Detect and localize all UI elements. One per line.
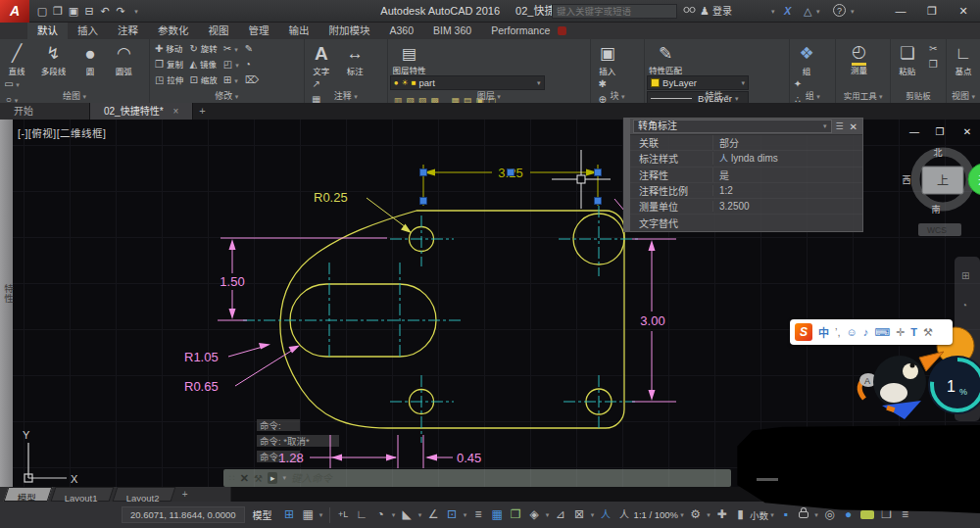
- array-icon[interactable]: ⊞▾: [220, 72, 242, 88]
- grid-toggle-icon[interactable]: ⊞: [280, 502, 299, 528]
- panel-label-annotate[interactable]: 注释 ▾: [305, 90, 387, 103]
- tool-copy[interactable]: ❐复制: [152, 57, 186, 72]
- exchange-apps-icon[interactable]: X: [784, 0, 791, 23]
- tool-move[interactable]: ✚移动: [152, 41, 186, 57]
- doc-restore-button[interactable]: ❐: [929, 126, 951, 137]
- help-dropdown-icon[interactable]: ▾: [851, 0, 855, 23]
- object-snap-icon[interactable]: ⊡: [443, 502, 462, 528]
- workspace-gear-icon[interactable]: ⚙: [686, 502, 705, 528]
- tool-arc[interactable]: ◠圆弧: [109, 41, 138, 76]
- viewcube[interactable]: 上 北 西 南 WCS: [902, 148, 970, 236]
- user-icon[interactable]: ♟: [700, 0, 710, 23]
- command-close-icon[interactable]: ✕: [240, 472, 249, 485]
- panel-label-properties[interactable]: 特性 ▾: [645, 90, 789, 103]
- ribbon-tab-insert[interactable]: 插入: [68, 23, 108, 39]
- ribbon-tab-home[interactable]: 默认: [27, 23, 68, 39]
- new-layout-button[interactable]: +: [176, 487, 194, 502]
- tab-close-icon[interactable]: ×: [173, 106, 179, 117]
- object-type-dropdown[interactable]: 转角标注▾: [633, 120, 832, 133]
- file-tab-document[interactable]: 02_快捷特性*×: [90, 103, 193, 120]
- tool-basepoint[interactable]: ∟基点: [949, 41, 978, 76]
- snap-dropdown-icon[interactable]: ▾: [318, 511, 325, 519]
- search-icon[interactable]: [683, 0, 696, 23]
- trim-icon[interactable]: ✂▾: [220, 41, 242, 57]
- apps-dropdown-icon[interactable]: ▾: [816, 0, 820, 23]
- part-outline[interactable]: [280, 211, 624, 428]
- tool-paste[interactable]: ❏粘贴: [893, 41, 922, 76]
- ime-skin-icon[interactable]: T: [910, 326, 917, 338]
- panel-label-view[interactable]: 视图 ▾: [947, 90, 980, 103]
- tool-rotate[interactable]: ↻旋转: [186, 41, 220, 57]
- lock-ui-icon[interactable]: [799, 511, 808, 518]
- ime-keyboard-icon[interactable]: ⌨: [874, 326, 890, 339]
- signin-dropdown-icon[interactable]: ▾: [771, 0, 775, 23]
- object-snap-tracking-icon[interactable]: ∠: [424, 502, 443, 528]
- window-minimize-button[interactable]: —: [887, 0, 914, 23]
- ortho-toggle-icon[interactable]: ∟: [353, 502, 371, 528]
- tool-circle[interactable]: ●圆: [75, 41, 105, 76]
- file-tab-start[interactable]: 开始: [0, 103, 90, 120]
- annotation-monitor-icon[interactable]: ✚: [712, 502, 731, 528]
- qp-close-icon[interactable]: ✕: [848, 121, 859, 132]
- ribbon-tab-output[interactable]: 输出: [279, 23, 319, 39]
- ime-toolbar[interactable]: S 中 ’, ☺ ♪ ⌨ ✛ T ⚒: [790, 319, 953, 345]
- cut-icon[interactable]: ✂: [926, 41, 940, 57]
- ribbon-tab-annotate[interactable]: 注释: [108, 23, 148, 39]
- units-dropdown-icon[interactable]: ▾: [768, 511, 776, 519]
- ime-logo-icon[interactable]: S: [795, 323, 812, 341]
- panel-label-modify[interactable]: 修改 ▾: [150, 90, 304, 103]
- tool-line[interactable]: ╱直线: [2, 41, 31, 76]
- performance-icon[interactable]: [860, 510, 874, 519]
- ribbon-tab-performance[interactable]: Performance: [481, 23, 560, 39]
- lineweight-toggle-icon[interactable]: ≡: [469, 502, 488, 528]
- ime-emoji-icon[interactable]: ☺: [847, 326, 858, 338]
- tool-mirror[interactable]: ◭镜像: [186, 57, 220, 72]
- selection-cycling-icon[interactable]: ❐: [507, 502, 525, 528]
- tab-layout1[interactable]: Layout1: [51, 487, 115, 502]
- doc-minimize-button[interactable]: —: [904, 126, 925, 137]
- erase-icon[interactable]: ✎: [242, 41, 265, 57]
- lock-dropdown-icon[interactable]: ▾: [812, 511, 820, 519]
- radius-r0-25[interactable]: R0.25: [314, 190, 412, 233]
- panel-label-utilities[interactable]: 实用工具 ▾: [836, 90, 889, 103]
- search-input[interactable]: [552, 4, 677, 19]
- tool-stretch[interactable]: ◳拉伸: [152, 72, 186, 88]
- dimension-0-45[interactable]: 0.45: [423, 435, 481, 468]
- tab-layout2[interactable]: Layout2: [112, 487, 175, 502]
- dimension-1-50[interactable]: 1.50: [218, 238, 387, 320]
- tool-dimension[interactable]: ↔标注: [340, 41, 369, 76]
- offset-icon[interactable]: ⌦: [242, 72, 265, 88]
- command-prompt-icon[interactable]: ▸: [268, 472, 278, 484]
- workspace-dropdown-icon[interactable]: ▾: [705, 511, 712, 519]
- layer-dropdown[interactable]: ● ☀ ■ part ▾: [390, 75, 545, 90]
- window-close-button[interactable]: ✕: [950, 0, 977, 23]
- panel-label-block[interactable]: 块 ▾: [591, 90, 644, 103]
- annotation-visibility-icon[interactable]: 人: [597, 502, 615, 528]
- infer-constraints-icon[interactable]: +L: [334, 502, 353, 528]
- tool-match-properties[interactable]: ✎特性匹配: [647, 41, 684, 75]
- annotation-scale-button[interactable]: 1:1 / 100%: [634, 509, 678, 520]
- dyninput-dropdown-icon[interactable]: ▾: [589, 511, 597, 519]
- units-button[interactable]: 小数: [750, 508, 768, 522]
- doc-close-button[interactable]: ✕: [956, 126, 978, 137]
- a360-apps-icon[interactable]: △: [804, 0, 811, 23]
- panel-label-layers[interactable]: 图层 ▾: [388, 90, 590, 103]
- fillet-icon[interactable]: ◰▾: [220, 57, 242, 72]
- tab-model[interactable]: 模型: [4, 487, 53, 502]
- ribbon-tab-addins[interactable]: 附加模块: [319, 23, 380, 39]
- command-grip[interactable]: ∷: [229, 473, 235, 483]
- command-line[interactable]: ∷ ✕ ⚒ ▸ ▾: [223, 469, 731, 487]
- dynamic-ucs-icon[interactable]: ⊿: [552, 502, 570, 528]
- model-space-button[interactable]: 模型: [253, 507, 272, 522]
- quick-properties-toggle-icon[interactable]: ▪: [776, 502, 795, 528]
- qp-customize-icon[interactable]: ☰: [836, 121, 844, 131]
- ime-tools-icon[interactable]: ⚒: [923, 326, 933, 339]
- ribbon-tab-a360[interactable]: A360: [380, 23, 424, 39]
- autoscale-icon[interactable]: 人: [615, 502, 634, 528]
- window-maximize-button[interactable]: ❐: [918, 0, 946, 23]
- dynamic-input-icon[interactable]: ⊠: [570, 502, 589, 528]
- new-tab-button[interactable]: +: [193, 103, 211, 120]
- command-input[interactable]: [291, 472, 725, 484]
- explode-icon[interactable]: ◔: [242, 57, 265, 72]
- sign-in-button[interactable]: 登录: [712, 0, 732, 23]
